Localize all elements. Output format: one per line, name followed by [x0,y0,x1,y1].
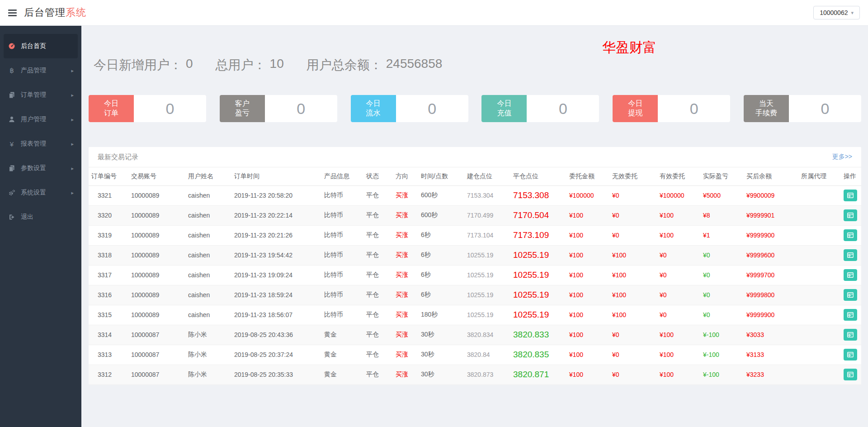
cell-open-price: 3820.873 [464,365,510,384]
table-icon [847,292,854,298]
table-icon [847,252,854,258]
cell-status: 平仓 [363,285,393,305]
cell-duration: 600秒 [418,205,464,225]
cell-account: 10000089 [128,225,185,245]
cell-close-price: 10255.19 [510,285,566,305]
account-dropdown-button[interactable]: 10000062 ▾ [813,6,860,19]
order-detail-button[interactable] [844,209,857,221]
sidebar-item-logout[interactable]: 退出 [4,205,78,229]
column-header: 用户姓名 [185,167,231,185]
card-customer-pnl: 客户 盈亏 0 [220,95,337,122]
card-label-line: 提现 [628,109,642,118]
cell-status: 平仓 [363,205,393,225]
column-header: 订单编号 [89,167,128,185]
cell-product: 比特币 [321,225,363,245]
cell-status: 平仓 [363,245,393,265]
card-label: 今日 提现 [613,95,658,122]
cell-order-id: 3321 [89,185,128,205]
order-detail-button[interactable] [844,190,857,201]
order-detail-button[interactable] [844,369,857,380]
chevron-right-icon: ▸ [71,92,74,98]
card-label: 今日 流水 [351,95,396,122]
panel-title: 最新交易记录 [98,153,138,161]
chevron-right-icon: ▸ [71,166,74,171]
card-value: 0 [527,95,599,122]
cell-invalid-entrust: ¥100 [609,245,657,265]
cell-balance-after: ¥3133 [744,345,798,365]
overview-stats: 今日新增用户： 0 总用户： 10 用户总余额： 24556858 [81,26,868,74]
cell-account: 10000089 [128,205,185,225]
table-row: 3315 10000089 caishen 2019-11-23 18:56:0… [89,305,861,325]
sidebar-item-home[interactable]: 后台首页 [4,34,78,58]
sidebar-item-users[interactable]: 用户管理 ▸ [4,107,78,132]
cell-valid-entrust: ¥100 [657,365,700,384]
more-link[interactable]: 更多>> [832,153,852,161]
column-header: 产品信息 [321,167,363,185]
order-detail-button[interactable] [844,309,857,321]
column-header: 平仓点位 [510,167,566,185]
cell-order-time: 2019-08-25 20:35:33 [231,365,321,384]
topbar: 后台管理系统 10000062 ▾ [0,0,868,26]
cell-entrust-amount: ¥100 [566,245,609,265]
cell-status: 平仓 [363,345,393,365]
cell-product: 比特币 [321,285,363,305]
column-header: 实际盈亏 [700,167,744,185]
cell-actual-pnl: ¥1 [700,225,744,245]
cell-username: caishen [185,185,231,205]
cell-valid-entrust: ¥0 [657,245,700,265]
order-detail-button[interactable] [844,349,857,361]
cell-actions [841,365,861,384]
cell-product: 比特币 [321,185,363,205]
cell-order-time: 2019-11-23 19:54:42 [231,245,321,265]
order-detail-button[interactable] [844,329,857,341]
card-label-line: 今日 [366,99,381,109]
sidebar-item-label: 参数设置 [21,164,46,172]
cell-account: 10000087 [128,325,185,345]
cell-account: 10000087 [128,365,185,384]
cell-open-price: 3820.84 [464,345,510,365]
column-header: 委托金额 [566,167,609,185]
sidebar-item-reports[interactable]: ¥ 报表管理 ▸ [4,132,78,156]
cell-duration: 600秒 [418,185,464,205]
order-detail-button[interactable] [844,289,857,301]
cell-actual-pnl: ¥-100 [700,345,744,365]
cell-order-id: 3319 [89,225,128,245]
cell-close-price: 3820.833 [510,325,566,345]
summary-cards: 今日 订单 0 客户 盈亏 0 今日 流水 0 [89,95,861,122]
chevron-right-icon: ▸ [71,117,74,123]
cell-balance-after: ¥9900009 [744,185,798,205]
order-detail-button[interactable] [844,249,857,261]
cell-invalid-entrust: ¥0 [609,185,657,205]
sidebar-item-orders[interactable]: 订单管理 ▸ [4,83,78,107]
app-title: 后台管理系统 [24,6,86,19]
cell-actions [841,245,861,265]
table-body: 3321 10000089 caishen 2019-11-23 20:58:2… [89,185,861,384]
latest-trades-panel: 最新交易记录 更多>> 订单编号交易账号用户姓名订单时间产品信息状态方向时间/点… [89,147,861,385]
column-header: 买后余额 [744,167,798,185]
cell-valid-entrust: ¥0 [657,265,700,285]
sidebar-item-products[interactable]: ฿ 产品管理 ▸ [4,58,78,83]
cell-actions [841,205,861,225]
cell-agent [798,245,841,265]
params-icon [8,165,16,172]
cell-entrust-amount: ¥100000 [566,185,609,205]
cell-direction: 买涨 [393,205,418,225]
cell-invalid-entrust: ¥0 [609,205,657,225]
column-header: 方向 [393,167,418,185]
trades-table: 订单编号交易账号用户姓名订单时间产品信息状态方向时间/点数建仓点位平仓点位委托金… [89,167,861,385]
cell-actions [841,185,861,205]
menu-icon[interactable] [8,9,17,16]
order-detail-button[interactable] [844,229,857,241]
column-header: 有效委托 [657,167,700,185]
card-label-line: 今日 [628,99,642,109]
cell-order-id: 3313 [89,345,128,365]
cell-direction: 买涨 [393,285,418,305]
cell-open-price: 10255.19 [464,305,510,325]
sidebar-item-parameters[interactable]: 参数设置 ▸ [4,156,78,180]
order-detail-button[interactable] [844,269,857,281]
cell-balance-after: ¥9999600 [744,245,798,265]
cell-open-price: 7153.304 [464,185,510,205]
cell-entrust-amount: ¥100 [566,325,609,345]
cell-agent [798,205,841,225]
sidebar-item-system-settings[interactable]: 系统设置 ▸ [4,180,78,205]
